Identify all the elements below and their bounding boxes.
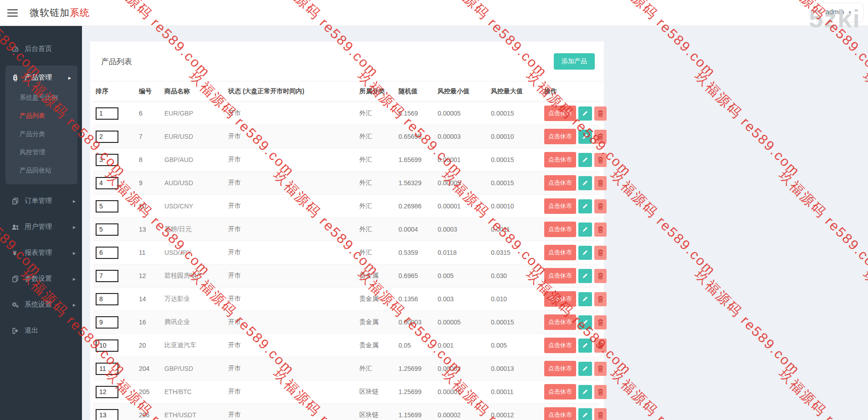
close-market-button[interactable]: 点击休市 [544, 175, 576, 191]
product-category: 贵金属 [357, 311, 396, 334]
delete-button[interactable] [594, 362, 607, 376]
random-value: 0.26986 [396, 195, 435, 218]
delete-button[interactable] [594, 339, 607, 353]
close-market-button[interactable]: 点击休市 [544, 245, 576, 260]
edit-button[interactable] [578, 292, 592, 306]
edit-button[interactable] [578, 362, 592, 376]
sidebar-item-退出[interactable]: 退出 [0, 318, 82, 344]
edit-button[interactable] [578, 176, 592, 190]
trash-icon [594, 296, 607, 303]
page-title: 产品列表 [101, 56, 132, 67]
close-market-button[interactable]: 点击休市 [544, 106, 576, 121]
edit-button[interactable] [578, 106, 592, 121]
product-name: GBP/USD [162, 357, 225, 380]
product-id: 205 [136, 380, 162, 404]
edit-button[interactable] [578, 269, 592, 283]
pencil-icon [578, 157, 592, 163]
delete-button[interactable] [594, 408, 607, 420]
close-market-button[interactable]: 点击休市 [544, 268, 576, 283]
sort-input[interactable] [96, 409, 118, 420]
delete-button[interactable] [594, 223, 607, 237]
sort-input[interactable] [96, 247, 118, 259]
delete-button[interactable] [594, 385, 607, 399]
table-row: 9 AUD/USD 开市 外汇 1.56329 0.00005 0.00015 … [93, 172, 599, 195]
risk-min-value: 0.00001 [435, 148, 488, 172]
sidebar-item-订单管理[interactable]: 订单管理 ▸ [0, 188, 82, 214]
product-id: 16 [136, 311, 162, 334]
svg-text:B: B [13, 74, 17, 81]
users-icon [10, 223, 20, 231]
delete-button[interactable] [594, 176, 607, 190]
sidebar-item-报表管理[interactable]: ¥ 报表管理 ▸ [0, 240, 82, 266]
sort-input[interactable] [96, 293, 118, 305]
sort-input[interactable] [96, 316, 118, 329]
edit-button[interactable] [578, 385, 592, 399]
delete-button[interactable] [594, 106, 607, 121]
sidebar-item-系统设置[interactable]: 系统设置 ▸ [0, 292, 82, 318]
close-market-button[interactable]: 点击休市 [544, 407, 576, 420]
sidebar-subitem-系统盈亏比例[interactable]: 系统盈亏比例 [5, 89, 77, 107]
sidebar-subitem-产品回收站[interactable]: 产品回收站 [5, 162, 77, 180]
edit-button[interactable] [578, 153, 592, 167]
risk-min-value: 0.00001 [435, 380, 488, 404]
sidebar-item-label: 后台首页 [25, 45, 52, 53]
sidebar-item-用户管理[interactable]: 用户管理 ▸ [0, 214, 82, 240]
delete-button[interactable] [594, 315, 607, 329]
sidebar-subitem-风控管理[interactable]: 风控管理 [5, 143, 77, 162]
sort-input[interactable] [96, 339, 118, 352]
close-market-button[interactable]: 点击休市 [544, 384, 576, 400]
add-product-button[interactable]: 添加产品 [554, 53, 595, 70]
product-category: 外汇 [357, 148, 396, 172]
edit-button[interactable] [578, 130, 592, 144]
product-name: 碧桂园房地产 [162, 264, 225, 288]
dashboard-icon [10, 46, 20, 53]
delete-button[interactable] [594, 292, 607, 306]
close-market-button[interactable]: 点击休市 [544, 129, 576, 144]
table-row: 20 比亚迪汽车 开市 贵金属 0.05 0.001 0.005 点击休市 [93, 334, 599, 357]
delete-button[interactable] [594, 153, 607, 167]
sort-input[interactable] [96, 200, 118, 213]
edit-button[interactable] [578, 339, 592, 353]
sort-input[interactable] [96, 223, 118, 236]
edit-button[interactable] [578, 223, 592, 237]
delete-button[interactable] [594, 199, 607, 213]
edit-button[interactable] [578, 408, 592, 420]
sort-input[interactable] [96, 131, 118, 143]
sort-input[interactable] [96, 177, 118, 189]
product-status: 开市 [225, 125, 357, 148]
edit-button[interactable] [578, 246, 592, 260]
delete-button[interactable] [594, 246, 607, 260]
sidebar-subitem-产品列表[interactable]: 产品列表 [5, 107, 77, 125]
sort-input[interactable] [96, 107, 118, 120]
table-row: 7 EUR/USD 开市 外汇 0.65695 0.00003 0.00010 … [93, 125, 599, 148]
product-id: 20 [136, 334, 162, 357]
sort-input[interactable] [96, 386, 118, 398]
sort-input[interactable] [96, 363, 118, 375]
sidebar-item-参数设置[interactable]: 参数设置 ▸ [0, 266, 82, 292]
close-market-button[interactable]: 点击休市 [544, 222, 576, 237]
close-market-button[interactable]: 点击休市 [544, 198, 576, 214]
hamburger-menu-icon[interactable] [7, 7, 18, 19]
close-market-button[interactable]: 点击休市 [544, 314, 576, 330]
delete-button[interactable] [594, 130, 607, 144]
sidebar-subitem-产品分类[interactable]: 产品分类 [5, 125, 77, 143]
delete-button[interactable] [594, 269, 607, 283]
sort-input[interactable] [96, 154, 118, 166]
table-row: 8 GBP/AUD 开市 外汇 1.65699 0.00001 0.00015 … [93, 148, 599, 172]
pencil-icon [578, 180, 592, 186]
edit-button[interactable] [578, 315, 592, 329]
random-value: 0.00003 [396, 311, 435, 334]
close-market-button[interactable]: 点击休市 [544, 291, 576, 307]
sidebar-item-产品管理[interactable]: B 产品管理 ▸ [5, 66, 77, 89]
close-market-button[interactable]: 点击休市 [544, 338, 576, 353]
risk-max-value: 0.0315 [488, 241, 541, 264]
sidebar-item-后台首页[interactable]: 后台首页 [0, 36, 82, 62]
user-menu[interactable]: admin ▾ [816, 3, 863, 22]
product-category: 外汇 [357, 102, 396, 125]
sort-input[interactable] [96, 270, 118, 282]
close-market-button[interactable]: 点击休市 [544, 152, 576, 167]
edit-button[interactable] [578, 199, 592, 213]
column-header: 风控最大值 [488, 81, 541, 102]
close-market-button[interactable]: 点击休市 [544, 361, 576, 376]
product-name: ETH/BTC [162, 380, 225, 404]
